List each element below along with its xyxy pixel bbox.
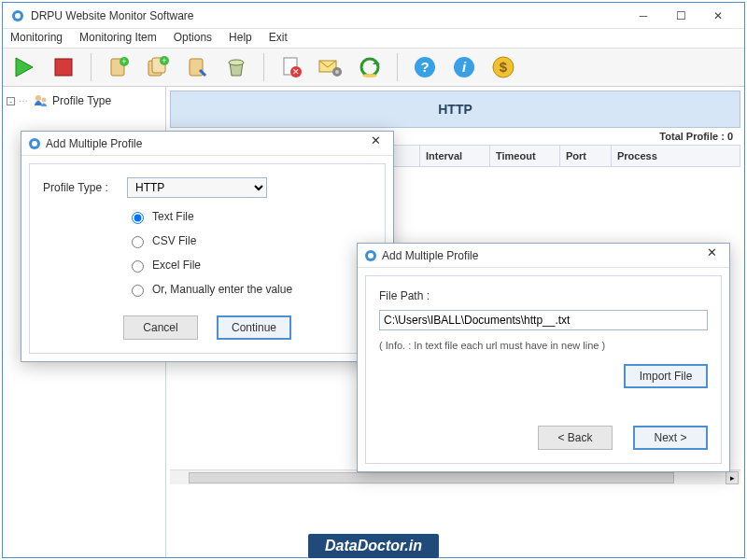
- play-icon[interactable]: [8, 51, 40, 83]
- separator: [397, 53, 398, 81]
- radio-csv-file[interactable]: CSV File: [127, 233, 372, 248]
- tree-root[interactable]: - ⋯ Profile Type: [7, 92, 162, 109]
- toolbar: + + ✕ ? i $: [3, 48, 744, 87]
- svg-point-29: [35, 95, 41, 101]
- file-path-label: File Path :: [379, 289, 708, 302]
- menu-monitoring[interactable]: Monitoring: [10, 31, 63, 46]
- add-multiple-profile-dialog-2: Add Multiple Profile ✕ File Path : ( Inf…: [357, 243, 730, 472]
- radio-excel-file[interactable]: Excel File: [127, 258, 372, 273]
- col-process[interactable]: Process: [612, 146, 740, 166]
- profile-type-select[interactable]: HTTP: [127, 177, 267, 198]
- profile-type-icon: [32, 92, 49, 109]
- banner-label: HTTP: [438, 102, 472, 117]
- cancel-button[interactable]: Cancel: [123, 315, 198, 340]
- dialog2-title: Add Multiple Profile: [382, 249, 699, 262]
- dialog2-titlebar[interactable]: Add Multiple Profile ✕: [358, 244, 729, 268]
- dialog1-titlebar[interactable]: Add Multiple Profile ✕: [21, 132, 393, 156]
- watermark: DataDoctor.in: [308, 534, 439, 558]
- svg-point-19: [335, 70, 339, 74]
- help-icon[interactable]: ?: [409, 51, 441, 83]
- svg-rect-3: [55, 59, 72, 76]
- status-right: Total Profile : 0: [659, 131, 733, 142]
- svg-point-1: [15, 13, 21, 19]
- refresh-icon[interactable]: [354, 51, 386, 83]
- next-button[interactable]: Next >: [633, 426, 708, 450]
- svg-text:+: +: [162, 56, 166, 65]
- dialog1-body: Profile Type : HTTP Text File CSV File E…: [29, 163, 386, 354]
- svg-text:✕: ✕: [292, 67, 300, 77]
- svg-text:$: $: [500, 59, 508, 75]
- dialog2-icon: [363, 248, 378, 263]
- svg-point-34: [368, 253, 374, 259]
- minimize-button[interactable]: ─: [625, 4, 662, 28]
- menu-options[interactable]: Options: [174, 31, 212, 46]
- app-icon: [10, 8, 25, 23]
- titlebar: DRPU Website Monitor Software ─ ☐ ✕: [3, 3, 744, 29]
- svg-text:?: ?: [420, 59, 429, 75]
- file-info-text: ( Info. : In text file each url must hav…: [379, 340, 708, 351]
- continue-button[interactable]: Continue: [217, 315, 291, 340]
- clipboard-add-icon[interactable]: +: [103, 51, 134, 83]
- svg-point-13: [229, 60, 244, 65]
- stop-icon[interactable]: [48, 51, 79, 83]
- profile-type-row: Profile Type : HTTP: [43, 177, 372, 198]
- radio-manual[interactable]: Or, Manually enter the value: [127, 282, 372, 297]
- menubar: Monitoring Monitoring Item Options Help …: [3, 29, 744, 48]
- mail-settings-icon[interactable]: [315, 51, 346, 83]
- menu-exit[interactable]: Exit: [269, 31, 288, 46]
- col-interval[interactable]: Interval: [420, 146, 490, 166]
- clipboard-edit-icon[interactable]: [181, 51, 213, 83]
- menu-monitoring-item[interactable]: Monitoring Item: [79, 31, 157, 46]
- dialog1-title: Add Multiple Profile: [46, 137, 363, 150]
- import-file-button[interactable]: Import File: [624, 364, 708, 388]
- tree-root-label: Profile Type: [52, 94, 111, 107]
- svg-point-22: [362, 74, 377, 77]
- svg-point-32: [32, 141, 37, 147]
- svg-rect-11: [190, 59, 203, 76]
- radio-text-file[interactable]: Text File: [127, 209, 372, 224]
- source-radio-group: Text File CSV File Excel File Or, Manual…: [127, 209, 372, 297]
- svg-marker-2: [16, 58, 33, 77]
- menu-help[interactable]: Help: [229, 31, 252, 46]
- back-button[interactable]: < Back: [538, 426, 613, 450]
- profile-type-label: Profile Type :: [43, 181, 118, 194]
- add-multiple-profile-dialog-1: Add Multiple Profile ✕ Profile Type : HT…: [21, 131, 394, 362]
- dialog2-close-button[interactable]: ✕: [699, 245, 724, 266]
- page-delete-icon[interactable]: ✕: [275, 51, 307, 83]
- dialog1-icon: [27, 136, 42, 151]
- svg-text:+: +: [121, 57, 126, 66]
- svg-point-20: [361, 59, 378, 76]
- scroll-thumb[interactable]: [189, 472, 674, 483]
- app-title: DRPU Website Monitor Software: [31, 9, 625, 22]
- protocol-banner: HTTP: [170, 91, 740, 128]
- svg-point-30: [42, 98, 47, 103]
- tree-collapse-icon[interactable]: -: [7, 97, 15, 105]
- maximize-button[interactable]: ☐: [662, 4, 699, 28]
- dialog1-close-button[interactable]: ✕: [363, 133, 388, 154]
- coin-icon[interactable]: $: [487, 51, 519, 83]
- col-timeout[interactable]: Timeout: [490, 146, 560, 166]
- dialog1-buttons: Cancel Continue: [43, 315, 372, 340]
- trash-icon[interactable]: [220, 51, 252, 83]
- dialog2-body: File Path : ( Info. : In text file each …: [365, 275, 722, 464]
- separator: [263, 53, 264, 81]
- close-button[interactable]: ✕: [699, 4, 737, 28]
- clipboard-multi-add-icon[interactable]: +: [142, 51, 174, 83]
- col-port[interactable]: Port: [560, 146, 612, 166]
- file-path-input[interactable]: [379, 310, 708, 330]
- separator: [91, 53, 92, 81]
- scroll-right-arrow[interactable]: ▸: [726, 471, 739, 484]
- info-icon[interactable]: i: [448, 51, 480, 83]
